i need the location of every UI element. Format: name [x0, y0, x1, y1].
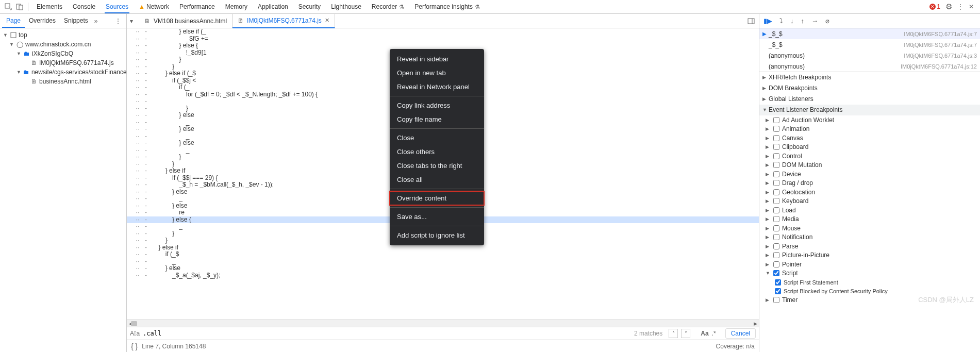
event-cat-script[interactable]: ▼Script [759, 269, 980, 278]
close-devtools-icon[interactable]: ✕ [969, 3, 974, 10]
code-line[interactable]: ··- _$fG += [127, 36, 759, 43]
regex-toggle[interactable]: .* [712, 330, 716, 337]
top-tab-elements[interactable]: Elements [31, 1, 68, 13]
fold-marker[interactable]: - [142, 175, 150, 182]
deactivate-breakpoints-icon[interactable]: ⌀ [825, 17, 829, 25]
fold-marker[interactable]: - [142, 223, 150, 230]
event-cat-checkbox[interactable] [773, 207, 779, 213]
event-cat-picture-in-picture[interactable]: ▶Picture-in-Picture [759, 251, 980, 260]
code-line[interactable]: ··- _$_a(_$aj, _$_y); [127, 272, 759, 279]
top-tab-performance[interactable]: Performance [174, 1, 220, 13]
fold-marker[interactable]: - [142, 140, 150, 147]
tree-folder[interactable]: ▼🖿iXkZonSIgCbQ [0, 49, 126, 58]
prev-match-button[interactable]: ˄ [669, 329, 678, 338]
device-toggle-icon[interactable] [14, 2, 25, 12]
event-cat-checkbox[interactable] [773, 189, 779, 195]
fold-marker[interactable]: - [142, 42, 150, 49]
fold-marker[interactable]: - [142, 251, 150, 258]
top-tab-application[interactable]: Application [253, 1, 293, 13]
nav-tab-overrides[interactable]: Overrides [25, 14, 60, 28]
step-out-icon[interactable]: ↑ [801, 17, 805, 25]
fold-marker[interactable]: - [142, 203, 150, 210]
tree-file-html[interactable]: 🗎businessAnnc.html [0, 77, 126, 86]
ctx-copy-link-address[interactable]: Copy link address [390, 98, 484, 112]
fold-marker[interactable]: - [142, 258, 150, 265]
cancel-button[interactable]: Cancel [725, 328, 756, 339]
next-match-button[interactable]: ˅ [681, 329, 690, 338]
callstack-frame[interactable]: ▶_$_$IM0jQktM6FSQ.6771a74.js:7 [759, 28, 980, 39]
code-editor[interactable]: ··- } else if (_··- _$fG +=··- } else {·… [127, 28, 759, 320]
fold-marker[interactable]: - [142, 161, 150, 168]
fold-marker[interactable]: - [142, 147, 150, 154]
more-icon[interactable]: ⋮ [957, 3, 964, 10]
event-cat-canvas[interactable]: ▶Canvas [759, 133, 980, 143]
event-cat-checkbox[interactable] [773, 234, 779, 240]
more-tabs-icon[interactable]: » [94, 18, 98, 25]
fold-marker[interactable]: - [142, 237, 150, 244]
tree-file-js[interactable]: 🗎IM0jQktM6FSQ.6771a74.js [0, 58, 126, 68]
ctx-override-content[interactable]: Override content [390, 191, 484, 205]
fold-marker[interactable]: - [142, 133, 150, 140]
ctx-reveal-in-network-panel[interactable]: Reveal in Network panel [390, 80, 484, 94]
event-cat-checkbox[interactable] [773, 153, 779, 159]
ctx-close-all[interactable]: Close all [390, 173, 484, 187]
callstack-frame[interactable]: _$_$IM0jQktM6FSQ.6771a74.js:7 [759, 39, 980, 50]
top-tab-lighthouse[interactable]: Lighthouse [326, 1, 367, 13]
callstack-frame[interactable]: (anonymous)IM0jQktM6FSQ.6771a74.js:3 [759, 50, 980, 61]
fold-marker[interactable]: - [142, 91, 150, 98]
scroll-thumb[interactable] [131, 321, 137, 326]
event-cat-dom-mutation[interactable]: ▶DOM Mutation [759, 161, 980, 170]
step-into-icon[interactable]: ↓ [790, 17, 794, 25]
code-line[interactable]: ··- } else if (_ [127, 28, 759, 36]
event-cat-timer[interactable]: ▶Timer [759, 295, 980, 305]
event-cat-checkbox[interactable] [773, 252, 779, 258]
top-tab-recorder[interactable]: Recorder⚗ [367, 1, 409, 13]
event-cat-checkbox[interactable] [773, 216, 779, 222]
ctx-save-as-[interactable]: Save as... [390, 210, 484, 224]
event-cat-keyboard[interactable]: ▶Keyboard [759, 197, 980, 206]
tree-folder[interactable]: ▼🖿newsite/cgs-services/stockFinance [0, 68, 126, 77]
fold-marker[interactable]: - [142, 77, 150, 85]
event-sub-checkbox[interactable] [775, 279, 781, 286]
fold-marker[interactable]: - [142, 112, 150, 119]
event-cat-checkbox[interactable] [773, 171, 779, 177]
resume-icon[interactable]: ▮▶ [763, 17, 772, 25]
event-sub-script-blocked-by-content-security-policy[interactable]: Script Blocked by Content Security Polic… [759, 287, 980, 295]
scroll-right-icon[interactable]: ▶ [752, 320, 759, 327]
event-cat-checkbox[interactable] [773, 126, 779, 132]
event-cat-checkbox[interactable] [773, 135, 779, 141]
top-tab-memory[interactable]: Memory [220, 1, 253, 13]
ctx-add-script-to-ignore-list[interactable]: Add script to ignore list [390, 228, 484, 242]
file-tab[interactable]: 🗎IM0jQktM6FSQ.6771a74.js✕ [232, 14, 335, 28]
event-cat-ad-auction-worklet[interactable]: ▶Ad Auction Worklet [759, 115, 980, 125]
event-cat-drag-drop[interactable]: ▶Drag / drop [759, 179, 980, 188]
tree-domain[interactable]: ▼◯www.chinastock.com.cn [0, 40, 126, 49]
event-cat-checkbox[interactable] [773, 117, 779, 123]
bp-section-global-listeners[interactable]: ▶Global Listeners [759, 94, 980, 105]
event-cat-pointer[interactable]: ▶Pointer [759, 260, 980, 269]
fold-marker[interactable]: - [142, 36, 150, 43]
fold-marker[interactable]: - [142, 195, 150, 203]
fold-marker[interactable]: - [142, 216, 150, 224]
code-line[interactable]: ··- } else [127, 265, 759, 272]
fold-marker[interactable]: - [142, 230, 150, 238]
fold-marker[interactable]: - [142, 28, 150, 36]
event-cat-checkbox[interactable] [773, 225, 779, 231]
fold-marker[interactable]: - [142, 105, 150, 112]
fold-marker[interactable]: - [142, 209, 150, 216]
event-cat-control[interactable]: ▶Control [759, 152, 980, 161]
fold-marker[interactable]: - [142, 244, 150, 252]
code-line[interactable]: ··- _ [127, 258, 759, 265]
fold-marker[interactable]: - [142, 265, 150, 272]
fold-marker[interactable]: - [142, 98, 150, 105]
event-cat-checkbox[interactable] [773, 162, 779, 168]
fold-marker[interactable]: - [142, 167, 150, 175]
event-cat-notification[interactable]: ▶Notification [759, 233, 980, 242]
regex-toggle-icon[interactable]: Aͣa [130, 330, 140, 337]
top-tab-security[interactable]: Security [293, 1, 326, 13]
tree-top[interactable]: ▼top [0, 30, 126, 40]
event-cat-media[interactable]: ▶Media [759, 215, 980, 224]
top-tab-sources[interactable]: Sources [101, 1, 134, 13]
ctx-open-in-new-tab[interactable]: Open in new tab [390, 66, 484, 80]
files-dropdown-icon[interactable]: ▾ [130, 18, 138, 25]
